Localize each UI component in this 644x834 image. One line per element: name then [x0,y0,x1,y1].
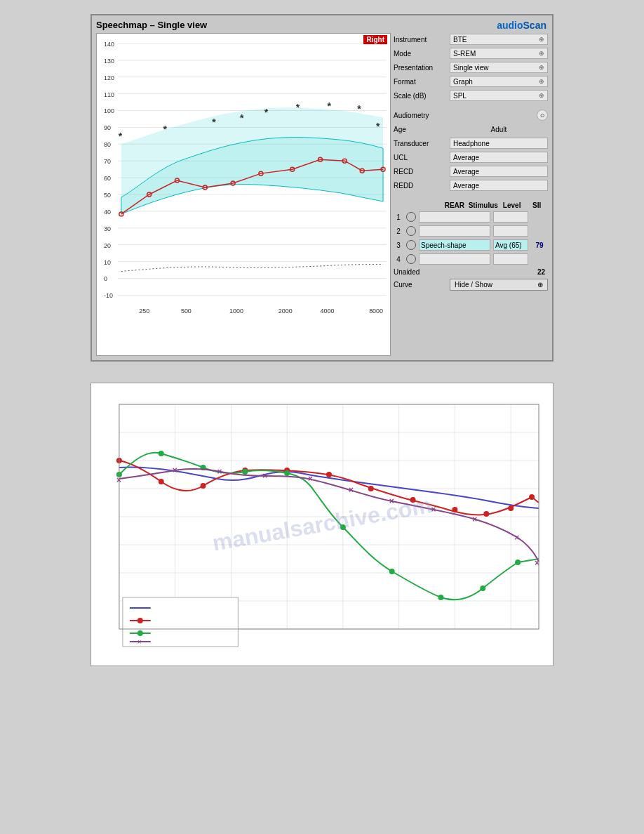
recd-label: RECD [394,168,450,176]
mode-value[interactable]: S-REM ⊕ [450,48,548,59]
top-panel: Speechmap – Single view audioScan Right … [90,14,554,362]
presentation-value[interactable]: Single view ⊕ [450,62,548,73]
chart-area: Right 140 130 120 110 100 90 80 70 60 50… [96,33,391,356]
format-row: Format Graph ⊕ [394,75,548,88]
rear-row-4: 4 [394,253,548,265]
audiometry-label: Audiometry [394,112,537,119]
scale-label: Scale (dB) [394,92,450,100]
svg-text:250: 250 [139,307,149,315]
svg-text:×: × [308,474,313,484]
instrument-value[interactable]: BTE ⊕ [450,34,548,45]
presentation-row: Presentation Single view ⊕ [394,61,548,74]
right-info-panel: Instrument BTE ⊕ Mode S-REM ⊕ Presentati… [394,33,548,356]
svg-text:*: * [212,117,216,128]
ucl-value[interactable]: Average [450,152,548,163]
rear-row-1: 1 [394,211,548,223]
redd-value[interactable]: Average [450,180,548,191]
svg-point-77 [159,479,164,484]
rear-circle-1[interactable] [406,212,416,222]
svg-text:×: × [262,471,267,481]
svg-point-89 [159,451,164,456]
svg-text:130: 130 [104,58,114,65]
presentation-label: Presentation [394,64,450,72]
rear-circle-4[interactable] [406,254,416,264]
rear-num-3: 3 [394,241,403,249]
logo-prefix: audio [497,20,523,31]
rear-empty-2 [419,225,490,237]
sii-col-label: SII [525,201,548,209]
scale-value[interactable]: SPL ⊕ [450,90,548,101]
recd-row: RECD Average [394,165,548,178]
rear-level-1 [493,211,528,223]
rear-num-4: 4 [394,256,403,263]
svg-point-114 [137,630,143,636]
rear-num-2: 2 [394,227,403,235]
svg-text:4000: 4000 [320,307,334,315]
svg-text:*: * [327,100,331,112]
unaided-row: Unaided 22 [394,268,548,276]
transducer-value[interactable]: Headphone [450,138,548,149]
rear-level-3[interactable]: Avg (65) [493,239,528,251]
svg-text:500: 500 [181,307,192,315]
curve-arrow-icon: ⊕ [537,281,543,289]
rear-level-4 [493,253,528,265]
svg-point-85 [483,511,489,517]
panel-title: Speechmap – Single view [96,20,548,30]
curve-row: Curve Hide / Show ⊕ [394,279,548,291]
svg-text:×: × [349,485,354,495]
instrument-row: Instrument BTE ⊕ [394,33,548,46]
svg-text:140: 140 [104,41,114,48]
svg-text:*: * [240,112,244,124]
svg-point-94 [389,569,395,574]
age-row: Age Adult [394,123,548,135]
mode-row: Mode S-REM ⊕ [394,47,548,60]
svg-text:90: 90 [104,124,111,131]
svg-text:120: 120 [104,74,114,81]
svg-text:*: * [163,124,168,135]
rear-empty-1 [419,211,490,223]
svg-point-96 [480,585,485,591]
rear-col-label: REAR [443,201,466,209]
svg-point-78 [201,483,206,489]
svg-text:100: 100 [104,108,114,115]
format-value[interactable]: Graph ⊕ [450,76,548,87]
bottom-chart-svg: × × × × × × × × × × × × [98,390,546,657]
svg-point-86 [508,505,514,511]
right-badge: Right [363,35,387,44]
svg-text:×: × [472,515,477,524]
unaided-value: 22 [537,268,548,276]
svg-text:1000: 1000 [229,307,243,315]
level-col-label: Level [501,201,523,209]
audiometry-button[interactable]: ○ [537,110,548,121]
audiometry-row: Audiometry ○ [394,109,548,121]
svg-point-112 [137,618,143,623]
redd-row: REDD Average [394,179,548,192]
svg-text:*: * [376,121,380,132]
transducer-row: Transducer Headphone [394,137,548,150]
transducer-label: Transducer [394,140,450,147]
chart-svg: 140 130 120 110 100 90 80 70 60 50 40 30… [97,34,390,355]
age-label: Age [394,126,450,133]
svg-point-83 [410,497,416,503]
rear-circle-2[interactable] [406,226,416,236]
instrument-label: Instrument [394,36,450,44]
svg-text:×: × [173,465,177,475]
rear-stimulus-3[interactable]: Speech-shape [419,239,490,251]
stimulus-col-label: Stimulus [469,201,498,209]
svg-text:0: 0 [104,275,107,282]
svg-text:×: × [514,533,519,543]
svg-point-97 [515,560,521,565]
ucl-label: UCL [394,154,450,161]
rear-table-header: REAR Stimulus Level SII [394,201,548,209]
svg-point-93 [340,524,346,530]
bottom-chart-container: manualsarchive.com [90,383,554,666]
rear-row-3: 3 Speech-shape Avg (65) 79 [394,239,548,251]
rear-circle-3[interactable] [406,240,416,250]
recd-value[interactable]: Average [450,166,548,177]
svg-point-91 [242,469,248,475]
curve-hide-show-button[interactable]: Hide / Show ⊕ [450,279,548,291]
svg-text:40: 40 [104,208,111,216]
svg-text:60: 60 [104,175,111,182]
svg-text:30: 30 [104,225,111,232]
rear-empty-4 [419,253,490,265]
